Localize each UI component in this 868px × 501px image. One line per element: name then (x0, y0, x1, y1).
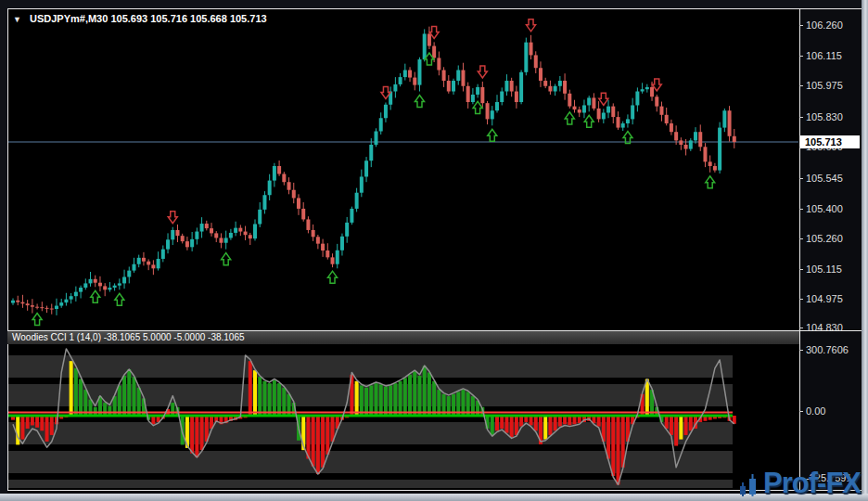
window-right-border (862, 0, 868, 501)
axis-label: 105.115 (806, 263, 842, 276)
axis-tick (799, 238, 803, 239)
window-left-edge (0, 0, 7, 501)
axis-label: 105.400 (806, 203, 843, 215)
symbol-dropdown-icon[interactable]: ▼ (13, 15, 21, 24)
axis-tick (799, 350, 803, 351)
axis-tick (799, 117, 803, 118)
axis-tick (799, 178, 803, 179)
axis-tick (799, 25, 803, 26)
symbol-timeframe-label: USDJPYm#,M30 (30, 13, 108, 24)
axis-tick (799, 56, 803, 57)
axis-label: 105.260 (806, 233, 843, 245)
window-bottom-border (0, 494, 868, 501)
cci-zone-band (7, 480, 733, 488)
window-top-edge (0, 0, 868, 8)
axis-label: 106.115 (806, 50, 842, 62)
brand-logo: Prof-FX (739, 469, 861, 497)
terminal-window: ▼ USDJPYm#,M30 105.693 105.716 105.668 1… (0, 0, 868, 501)
brand-logo-text: Prof-FX (763, 469, 861, 497)
axis-tick (799, 299, 803, 300)
chart-border-top (7, 8, 862, 9)
axis-tick (799, 411, 803, 412)
cci-zone-band (7, 451, 733, 473)
axis-label: 104.975 (806, 293, 843, 305)
cci-zone-band (7, 384, 733, 406)
axis-tick (799, 269, 803, 270)
chart-title: ▼ USDJPYm#,M30 105.693 105.716 105.668 1… (13, 13, 267, 24)
axis-label: 106.260 (806, 19, 843, 32)
price-axis[interactable]: 105.713 106.260106.115105.975105.830105.… (799, 9, 862, 330)
axis-tick (799, 85, 803, 86)
current-price-box: 105.713 (800, 135, 860, 148)
axis-label: 105.975 (806, 80, 843, 92)
ohlc-values: 105.693 105.716 105.668 105.713 (110, 13, 266, 24)
chart-border-left (7, 8, 8, 491)
price-chart-area[interactable] (7, 9, 799, 330)
cci-zone-band (7, 355, 733, 378)
chart-border-bottom (7, 490, 862, 491)
axis-label: 300.7606 (806, 344, 849, 356)
axis-tick (799, 328, 803, 328)
indicator-titlebar[interactable]: Woodies CCI 1 (14,0) -38.1065 5.0000 -5.… (7, 331, 799, 344)
logo-bars-icon (739, 469, 763, 497)
axis-label: 105.830 (806, 111, 843, 123)
axis-label: 0.00 (806, 405, 825, 418)
axis-tick (799, 209, 803, 210)
cci-zone-band (7, 422, 733, 444)
indicator-title-label: Woodies CCI 1 (14,0) -38.1065 5.0000 -5.… (12, 332, 245, 342)
axis-label: 105.545 (806, 173, 843, 185)
axis-label: 104.830 (806, 322, 843, 334)
